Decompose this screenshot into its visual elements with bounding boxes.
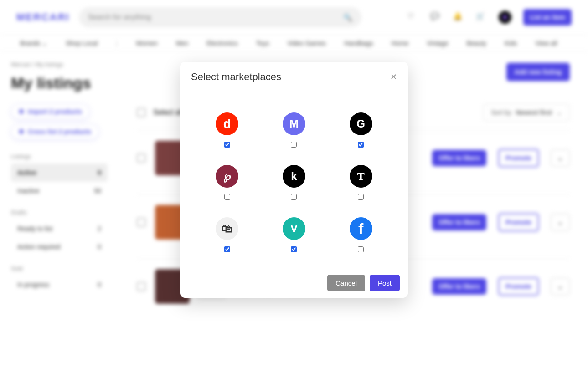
nav-vintage[interactable]: Vintage	[427, 40, 448, 47]
row-checkbox[interactable]	[137, 282, 146, 291]
mercari-icon[interactable]: M	[283, 112, 305, 135]
sidebar: Mercari / My listings My listings ✱Impor…	[0, 52, 119, 325]
marketplace-checkbox-mercari[interactable]	[291, 142, 297, 148]
marketplace-mercari: M	[274, 112, 314, 148]
avatar[interactable]: ✱	[499, 11, 511, 24]
grailed-icon[interactable]: G	[350, 112, 372, 135]
facebook-icon[interactable]: f	[350, 217, 372, 240]
select-all-checkbox[interactable]	[137, 108, 146, 117]
marketplace-kidizen: k	[274, 165, 314, 200]
marketplace-facebook: f	[341, 217, 381, 252]
marketplace-checkbox-depop[interactable]	[224, 142, 230, 148]
sidebar-item-active[interactable]: Active9	[11, 163, 108, 182]
nav-shop-local[interactable]: Shop Local	[66, 40, 98, 47]
search-input[interactable]: Search for anything 🔍	[79, 7, 361, 27]
chat-icon[interactable]: 💬	[430, 12, 441, 23]
marketplace-grailed: G	[341, 112, 381, 148]
nav-video-games[interactable]: Video Games	[287, 40, 326, 47]
nav-men[interactable]: Men	[176, 40, 188, 47]
row-menu-button[interactable]: ⌄	[551, 149, 570, 167]
nav-toys[interactable]: Toys	[256, 40, 269, 47]
sort-select[interactable]: Sort by Newest first ⌄	[483, 104, 570, 121]
offer-button[interactable]: Offer to likers	[432, 214, 486, 230]
marketplace-vinted: V	[274, 217, 314, 252]
sidebar-item-inactive[interactable]: Inactive50	[11, 182, 108, 200]
marketplace-ebay: 🛍	[207, 217, 247, 252]
row-menu-button[interactable]: ⌄	[551, 214, 570, 231]
top-nav: Brands ⌄ Shop Local | Women Men Electron…	[0, 35, 588, 52]
close-icon[interactable]: ✕	[390, 72, 397, 82]
nav-beauty[interactable]: Beauty	[466, 40, 486, 47]
row-menu-button[interactable]: ⌄	[551, 278, 570, 295]
tradesy-icon[interactable]: T	[350, 165, 372, 188]
sidebar-item-action[interactable]: Action required0	[11, 238, 108, 256]
marketplace-checkbox-ebay[interactable]	[224, 246, 230, 252]
offer-button[interactable]: Offer to likers	[432, 278, 486, 295]
crosslist-button[interactable]: ✱Cross list 2 products	[11, 124, 99, 139]
promote-button[interactable]: Promote	[498, 277, 539, 296]
poshmark-icon[interactable]: ℘	[216, 165, 238, 188]
nav-brands[interactable]: Brands ⌄	[20, 40, 47, 47]
row-checkbox[interactable]	[137, 218, 146, 227]
listings-heading: Listings	[11, 153, 108, 160]
marketplace-checkbox-tradesy[interactable]	[358, 194, 364, 200]
heart-icon[interactable]: ♡	[407, 12, 418, 23]
marketplace-depop: d	[207, 112, 247, 148]
promote-button[interactable]: Promote	[498, 149, 539, 167]
add-listing-button[interactable]: Add new listing	[506, 63, 570, 81]
search-icon: 🔍	[343, 13, 352, 22]
marketplace-checkbox-facebook[interactable]	[358, 246, 364, 252]
offer-button[interactable]: Offer to likers	[432, 150, 486, 166]
import-button[interactable]: ✱Import 2 products	[11, 104, 90, 119]
promote-button[interactable]: Promote	[498, 213, 539, 231]
marketplace-checkbox-kidizen[interactable]	[291, 194, 297, 200]
chevron-down-icon: ⌄	[557, 109, 562, 116]
vinted-icon[interactable]: V	[283, 217, 305, 240]
nav-handbags[interactable]: Handbags	[344, 40, 373, 47]
header-icons: ♡ 💬 🔔 🛒 ✱ List an item	[407, 9, 572, 26]
marketplace-tradesy: T	[341, 165, 381, 200]
cart-icon[interactable]: 🛒	[476, 12, 487, 23]
cancel-button[interactable]: Cancel	[327, 275, 365, 291]
header: MERCARI Search for anything 🔍 ♡ 💬 🔔 🛒 ✱ …	[0, 0, 588, 35]
post-button[interactable]: Post	[370, 275, 400, 291]
marketplace-checkbox-poshmark[interactable]	[224, 194, 230, 200]
modal-title: Select marketplaces	[191, 71, 281, 83]
nav-electronics[interactable]: Electronics	[206, 40, 237, 47]
nav-home[interactable]: Home	[392, 40, 408, 47]
nav-kids[interactable]: Kids	[505, 40, 517, 47]
sidebar-item-ready[interactable]: Ready to list2	[11, 220, 108, 238]
marketplace-checkbox-vinted[interactable]	[291, 246, 297, 252]
select-all-label: Select all	[153, 108, 183, 117]
nav-view-all[interactable]: View all	[535, 40, 557, 47]
depop-icon[interactable]: d	[216, 112, 238, 135]
sold-heading: Sold	[11, 265, 108, 272]
ebay-icon[interactable]: 🛍	[216, 217, 238, 240]
bell-icon[interactable]: 🔔	[453, 12, 464, 23]
sidebar-item-inprogress[interactable]: In progress0	[11, 276, 108, 294]
list-item-button[interactable]: List an item	[523, 9, 572, 26]
logo[interactable]: MERCARI	[16, 11, 70, 23]
row-checkbox[interactable]	[137, 153, 146, 163]
drafts-heading: Drafts	[11, 209, 108, 216]
kidizen-icon[interactable]: k	[283, 165, 305, 188]
breadcrumb[interactable]: Mercari / My listings	[11, 61, 108, 68]
marketplace-poshmark: ℘	[207, 165, 247, 200]
page-title: My listings	[11, 74, 108, 92]
select-marketplaces-modal: Select marketplaces ✕ dMG℘kT🛍Vf Cancel P…	[180, 62, 408, 298]
search-placeholder-text: Search for anything	[88, 13, 151, 21]
marketplace-checkbox-grailed[interactable]	[358, 142, 364, 148]
nav-women[interactable]: Women	[136, 40, 158, 47]
